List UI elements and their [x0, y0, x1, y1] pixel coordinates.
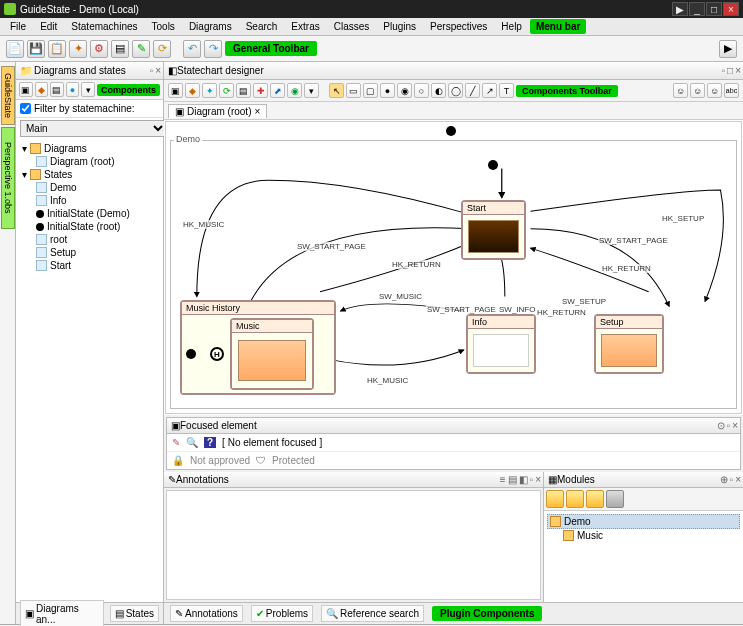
mt-btn5[interactable]: ▾	[81, 82, 95, 97]
dt-3[interactable]: ✦	[202, 83, 217, 98]
fe-close-icon[interactable]: ×	[732, 420, 738, 431]
state-setup[interactable]: Setup	[594, 314, 664, 374]
dt-abc[interactable]: abc	[724, 83, 739, 98]
dt-face1[interactable]: ☺	[673, 83, 688, 98]
dt-rect2[interactable]: ▢	[363, 83, 378, 98]
rail-tab-guidestate[interactable]: GuideState	[1, 66, 15, 125]
fe-help-icon[interactable]: ?	[204, 437, 216, 448]
ann-close-icon[interactable]: ×	[535, 474, 541, 485]
dt-c1[interactable]: ○	[414, 83, 429, 98]
dt-sel[interactable]: ↖	[329, 83, 344, 98]
menu-classes[interactable]: Classes	[328, 19, 376, 34]
tree-state-initial-root[interactable]: InitialState (root)	[18, 220, 161, 233]
menu-diagrams[interactable]: Diagrams	[183, 19, 238, 34]
mod-box4[interactable]	[606, 490, 624, 508]
minimize-button[interactable]: _	[689, 2, 705, 16]
dt-7[interactable]: ⬈	[270, 83, 285, 98]
doc-icon[interactable]: ▤	[111, 40, 129, 58]
dt-face3[interactable]: ☺	[707, 83, 722, 98]
dt-5[interactable]: ▤	[236, 83, 251, 98]
mt-btn3[interactable]: ▤	[50, 82, 64, 97]
mt-btn4[interactable]: ●	[66, 82, 80, 97]
ann-t3[interactable]: ◧	[519, 474, 528, 485]
btab-states[interactable]: ▤States	[110, 605, 159, 622]
tree-state-setup[interactable]: Setup	[18, 246, 161, 259]
fe-tool2[interactable]: 🔍	[186, 437, 198, 448]
tree-state-root[interactable]: root	[18, 233, 161, 246]
tree-states[interactable]: ▾States	[18, 168, 161, 181]
fe-tool1[interactable]: ✎	[172, 437, 180, 448]
mod-close-icon[interactable]: ×	[735, 474, 741, 485]
fe-min-icon[interactable]: ▫	[727, 420, 731, 431]
designer-min-icon[interactable]: ▫	[722, 65, 726, 76]
tool2-icon[interactable]: ⚙	[90, 40, 108, 58]
dt-dot[interactable]: ●	[380, 83, 395, 98]
tree-state-demo[interactable]: Demo	[18, 181, 161, 194]
designer-max-icon[interactable]: □	[727, 65, 733, 76]
dt-1[interactable]: ▣	[168, 83, 183, 98]
dt-line[interactable]: ╱	[465, 83, 480, 98]
menu-tools[interactable]: Tools	[146, 19, 181, 34]
dt-c2[interactable]: ◐	[431, 83, 446, 98]
statechart-canvas[interactable]: Demo HK_MUS	[165, 121, 742, 414]
dt-rect[interactable]: ▭	[346, 83, 361, 98]
copy-icon[interactable]: 📋	[48, 40, 66, 58]
canvas-tab-root[interactable]: ▣ Diagram (root) ×	[168, 104, 267, 118]
ann-t2[interactable]: ▤	[508, 474, 517, 485]
mod-t1[interactable]: ⊕	[720, 474, 728, 485]
dt-arr[interactable]: ↗	[482, 83, 497, 98]
dt-4[interactable]: ⟳	[219, 83, 234, 98]
dt-c3[interactable]: ◯	[448, 83, 463, 98]
menu-perspectives[interactable]: Perspectives	[424, 19, 493, 34]
history-marker[interactable]: H	[210, 347, 224, 361]
tree-state-initial-demo[interactable]: InitialState (Demo)	[18, 207, 161, 220]
dt-2[interactable]: ◆	[185, 83, 200, 98]
fe-pin-icon[interactable]: ⊙	[717, 420, 725, 431]
state-music[interactable]: Music	[230, 318, 314, 390]
dt-6[interactable]: ✚	[253, 83, 268, 98]
initial-root[interactable]	[446, 126, 456, 136]
mod-t2[interactable]: ▫	[730, 474, 734, 485]
paint-icon[interactable]: ✎	[132, 40, 150, 58]
redo-icon[interactable]: ↷	[204, 40, 222, 58]
rail-tab-perspective[interactable]: Perspective 1.obs	[1, 127, 15, 229]
menu-search[interactable]: Search	[240, 19, 284, 34]
close-button[interactable]: ×	[723, 2, 739, 16]
filter-select[interactable]: Main	[20, 120, 167, 137]
tree-state-info[interactable]: Info	[18, 194, 161, 207]
close-pane-icon[interactable]: ×	[155, 65, 161, 76]
initial-demo[interactable]	[488, 160, 498, 170]
ann-t4[interactable]: ▫	[530, 474, 534, 485]
dt-face2[interactable]: ☺	[690, 83, 705, 98]
filter-checkbox[interactable]	[20, 103, 31, 114]
undo-icon[interactable]: ↶	[183, 40, 201, 58]
dt-ring[interactable]: ◉	[397, 83, 412, 98]
play-button[interactable]: ▶	[672, 2, 688, 16]
state-music-history[interactable]: Music History H Music	[180, 300, 336, 395]
save-icon[interactable]: 💾	[27, 40, 45, 58]
state-start[interactable]: Start	[461, 200, 526, 260]
ptab-reference[interactable]: 🔍Reference search	[321, 605, 424, 622]
run-icon[interactable]: ▶	[719, 40, 737, 58]
ptab-annotations[interactable]: ✎Annotations	[170, 605, 243, 622]
min-icon[interactable]: ▫	[150, 65, 154, 76]
module-demo[interactable]: Demo	[547, 514, 740, 529]
menu-help[interactable]: Help	[495, 19, 528, 34]
tool-icon[interactable]: ✦	[69, 40, 87, 58]
mt-btn2[interactable]: ◆	[35, 82, 49, 97]
state-info[interactable]: Info	[466, 314, 536, 374]
menu-plugins[interactable]: Plugins	[377, 19, 422, 34]
ptab-problems[interactable]: ✔Problems	[251, 605, 313, 622]
menu-file[interactable]: File	[4, 19, 32, 34]
tool3-icon[interactable]: ⟳	[153, 40, 171, 58]
tree-diagram-root[interactable]: Diagram (root)	[18, 155, 161, 168]
btab-diagrams[interactable]: ▣Diagrams an...	[20, 600, 104, 627]
menu-edit[interactable]: Edit	[34, 19, 63, 34]
mod-box1[interactable]	[546, 490, 564, 508]
new-icon[interactable]: 📄	[6, 40, 24, 58]
ann-t1[interactable]: ≡	[500, 474, 506, 485]
tree-diagrams[interactable]: ▾Diagrams	[18, 142, 161, 155]
designer-close-icon[interactable]: ×	[735, 65, 741, 76]
mt-btn1[interactable]: ▣	[19, 82, 33, 97]
module-music[interactable]: Music	[547, 529, 740, 542]
